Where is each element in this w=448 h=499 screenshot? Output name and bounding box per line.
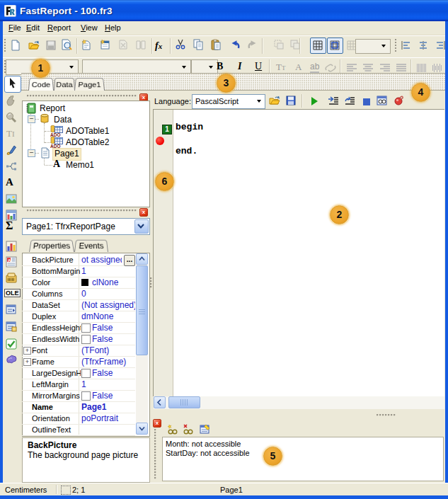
svg-text:A: A [8, 258, 11, 263]
